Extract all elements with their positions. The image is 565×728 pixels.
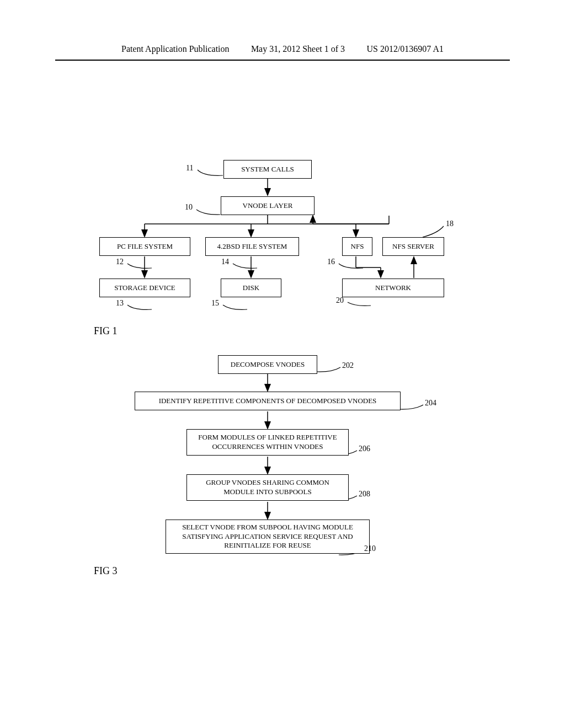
- text-bsd-fs: 4.2BSD FILE SYSTEM: [217, 242, 287, 251]
- text-network: NETWORK: [375, 283, 411, 293]
- fig1-caption: FIG 1: [94, 325, 118, 337]
- text-nfs-server: NFS SERVER: [392, 242, 434, 251]
- header-center: May 31, 2012 Sheet 1 of 3: [251, 44, 345, 54]
- text-nfs: NFS: [351, 242, 364, 251]
- page-header: Patent Application Publication May 31, 2…: [55, 0, 510, 61]
- diagram-area: SYSTEM CALLS VNODE LAYER PC FILE SYSTEM …: [0, 61, 565, 722]
- box-nfs: NFS: [342, 237, 372, 256]
- box-vnode-layer: VNODE LAYER: [221, 196, 315, 215]
- box-bsd-file-system: 4.2BSD FILE SYSTEM: [205, 237, 299, 256]
- text-system-calls: SYSTEM CALLS: [241, 165, 294, 174]
- label-15: 15: [211, 299, 219, 308]
- label-14: 14: [221, 258, 229, 266]
- text-storage: STORAGE DEVICE: [114, 283, 175, 293]
- label-206: 206: [359, 445, 370, 453]
- header-left: Patent Application Publication: [121, 44, 230, 54]
- text-pc-fs: PC FILE SYSTEM: [117, 242, 173, 251]
- box-step-204: IDENTIFY REPETITIVE COMPONENTS OF DECOMP…: [135, 392, 401, 410]
- label-208: 208: [359, 490, 370, 499]
- text-step-208: GROUP VNODES SHARING COMMON MODULE INTO …: [191, 478, 344, 497]
- label-16: 16: [327, 258, 335, 266]
- text-step-202: DECOMPOSE VNODES: [231, 360, 305, 370]
- label-204: 204: [425, 399, 436, 408]
- box-pc-file-system: PC FILE SYSTEM: [99, 237, 190, 256]
- box-storage-device: STORAGE DEVICE: [99, 279, 190, 297]
- box-nfs-server: NFS SERVER: [382, 237, 444, 256]
- box-step-208: GROUP VNODES SHARING COMMON MODULE INTO …: [186, 474, 349, 501]
- box-step-202: DECOMPOSE VNODES: [218, 355, 317, 374]
- box-disk: DISK: [221, 279, 281, 297]
- box-step-206: FORM MODULES OF LINKED REPETITIVE OCCURR…: [186, 429, 349, 456]
- box-network: NETWORK: [342, 279, 444, 297]
- label-18: 18: [446, 220, 454, 228]
- label-13: 13: [116, 299, 124, 308]
- label-20: 20: [336, 296, 344, 305]
- text-disk: DISK: [243, 283, 259, 293]
- text-step-210: SELECT VNODE FROM SUBPOOL HAVING MODULE …: [170, 523, 365, 551]
- label-10: 10: [185, 203, 193, 212]
- box-step-210: SELECT VNODE FROM SUBPOOL HAVING MODULE …: [166, 520, 370, 554]
- text-vnode-layer: VNODE LAYER: [243, 201, 293, 211]
- label-11: 11: [186, 164, 193, 173]
- label-202: 202: [342, 361, 354, 370]
- fig3-caption: FIG 3: [94, 565, 118, 577]
- label-210: 210: [364, 544, 376, 553]
- label-12: 12: [116, 258, 124, 266]
- header-right: US 2012/0136907 A1: [366, 44, 444, 54]
- text-step-204: IDENTIFY REPETITIVE COMPONENTS OF DECOMP…: [159, 397, 377, 406]
- text-step-206: FORM MODULES OF LINKED REPETITIVE OCCURR…: [191, 433, 344, 452]
- box-system-calls: SYSTEM CALLS: [223, 160, 312, 179]
